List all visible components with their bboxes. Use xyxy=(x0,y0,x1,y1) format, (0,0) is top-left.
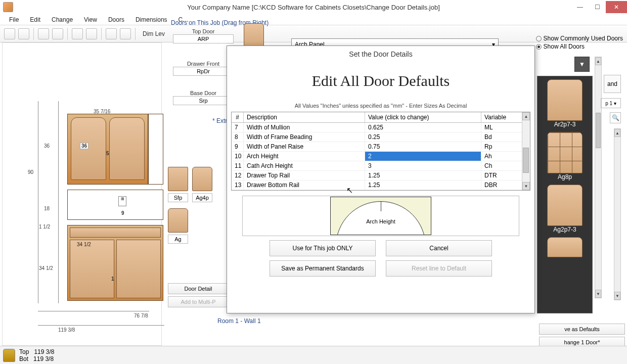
base-door-value[interactable]: Srp xyxy=(173,96,234,105)
menu-view[interactable]: View xyxy=(79,15,102,24)
door-thumb-top[interactable] xyxy=(244,23,264,48)
cab-num-36: 36 xyxy=(80,143,88,149)
add-multi-button[interactable]: Add to Multi-P xyxy=(168,296,229,307)
status-top-label: Top xyxy=(19,348,29,355)
menu-dimensions[interactable]: Dimensions xyxy=(130,15,172,24)
cancel-button[interactable]: Cancel xyxy=(386,240,492,256)
reset-line-button[interactable]: Reset line to Default xyxy=(386,260,492,277)
status-bot-label: Bot xyxy=(19,355,28,362)
minimize-button[interactable]: — xyxy=(571,1,589,13)
room-wall-label: Room 1 - Wall 1 xyxy=(217,317,261,325)
saveas-icon[interactable] xyxy=(52,28,63,39)
door-details-button[interactable]: Door Detail xyxy=(168,283,229,294)
gallery-thumb-3[interactable] xyxy=(547,237,583,257)
cab-num-1: 1 xyxy=(111,276,114,282)
print-icon[interactable] xyxy=(72,28,83,39)
scroll-thumb[interactable] xyxy=(596,113,601,148)
gallery-scrollbar[interactable]: ▲ ▼ xyxy=(595,57,602,298)
drawer-front-value[interactable]: RpDr xyxy=(173,67,234,76)
gallery-thumb-2[interactable] xyxy=(547,185,583,226)
window-controls: — ☐ ✕ xyxy=(571,1,627,13)
table-row[interactable]: 13Drawer Bottom Rail1.25DBR xyxy=(232,180,530,190)
dim-h1: 36 xyxy=(44,143,50,149)
table-row[interactable]: 10Arch Height2Ah xyxy=(232,152,530,161)
drawing-canvas[interactable]: 90 36 18 1 1/2 34 1/2 35 7/16 5 36 9 ⊞ xyxy=(2,42,162,346)
extra-label-2: Ag xyxy=(168,235,188,244)
expand-button[interactable]: and xyxy=(604,75,621,93)
save-permanent-button[interactable]: Save as Permanent Standards xyxy=(270,260,376,277)
extra-header: * Extra xyxy=(173,117,234,124)
tool1-icon[interactable] xyxy=(106,28,117,39)
radio-all[interactable]: Show All Doors xyxy=(536,42,623,51)
preview-label: Arch Height xyxy=(331,218,431,224)
grid-icon[interactable] xyxy=(86,28,97,39)
use-job-button[interactable]: Use for This job ONLY xyxy=(270,240,376,256)
gallery-dropdown-icon[interactable]: ▼ xyxy=(574,57,590,72)
dim-h2: 18 xyxy=(44,206,50,211)
extra-thumb-0[interactable] xyxy=(168,167,188,191)
tool2-icon[interactable] xyxy=(120,28,131,39)
top-door-value[interactable]: ARP xyxy=(173,34,234,43)
status-top-value: 119 3/8 xyxy=(34,348,54,355)
zoom-dropdown[interactable]: p 1 ▾ xyxy=(601,98,621,108)
radio-all-label: Show All Doors xyxy=(544,43,585,50)
status-bot-value: 119 3/8 xyxy=(33,355,54,362)
table-row[interactable]: 9Width of Panel Raise0.75Rp xyxy=(232,142,530,152)
statusbar: Top 119 3/8 Bot 119 3/8 xyxy=(0,346,627,364)
dim-level-label[interactable]: Dim Lev xyxy=(140,30,168,37)
gallery-thumb-0[interactable] xyxy=(547,79,583,121)
extra-thumb-1[interactable] xyxy=(192,167,212,191)
new-icon[interactable] xyxy=(4,28,15,39)
table-row[interactable]: 8Width of Frame Beading0.25Bd xyxy=(232,132,530,142)
dim-h3: 1 1/2 xyxy=(39,224,50,230)
extra-thumb-2[interactable] xyxy=(168,208,188,233)
col-desc: Description xyxy=(244,112,365,122)
table-row[interactable]: 11Cath Arch Height3Ch xyxy=(232,161,530,171)
table-scroll-thumb[interactable] xyxy=(523,148,529,173)
table-scroll-up[interactable]: ▲ xyxy=(522,112,530,120)
door-gallery: Ar2p7-3 Ag8p Ag2p7-3 xyxy=(537,76,593,313)
save-defaults-button[interactable]: ve as Defaults xyxy=(539,324,625,335)
dim-bot-w2: 119 3/8 xyxy=(58,327,75,333)
radio-common[interactable]: Show Commonly Used Doors xyxy=(536,34,623,42)
defaults-table: # Description Value (click to change) Va… xyxy=(231,112,530,191)
trash-icon[interactable] xyxy=(3,349,15,362)
outlet-icon: ⊞ xyxy=(118,196,126,206)
menu-edit[interactable]: Edit xyxy=(25,15,46,24)
close-button[interactable]: ✕ xyxy=(606,1,627,13)
table-row[interactable]: 7Width of Mullion0.625ML xyxy=(232,123,530,132)
dim-bot-w1: 76 7/8 xyxy=(134,313,148,318)
side-scroll-down[interactable]: ▼ xyxy=(614,292,620,300)
table-row[interactable]: 12Drawer Top Rail1.25DTR xyxy=(232,171,530,180)
dim-base-h: 34 1/2 xyxy=(77,242,91,247)
radio-common-label: Show Commonly Used Doors xyxy=(544,35,623,42)
gallery-thumb-1[interactable] xyxy=(547,132,583,173)
menu-file[interactable]: File xyxy=(4,15,24,24)
dim-h4: 34 1/2 xyxy=(39,265,53,271)
maximize-button[interactable]: ☐ xyxy=(589,1,606,13)
cab-num-9: 9 xyxy=(121,210,124,216)
parameter-preview: Arch Height xyxy=(242,196,519,236)
extra-label-1: Ag4p xyxy=(192,193,212,202)
gallery-label-0: Ar2p7-3 xyxy=(541,121,589,128)
gallery-label-2: Ag2p7-3 xyxy=(541,226,589,233)
cab-num-5: 5 xyxy=(106,151,109,156)
open-icon[interactable] xyxy=(18,28,29,39)
menu-change[interactable]: Change xyxy=(47,15,78,24)
drawer-front-label: Drawer Front xyxy=(173,61,234,67)
save-icon[interactable] xyxy=(38,28,49,39)
side-scrollbar[interactable]: ▲ ▼ xyxy=(614,128,621,300)
menu-doors[interactable]: Doors xyxy=(103,15,129,24)
col-num: # xyxy=(232,112,244,122)
table-scrollbar[interactable]: ▲ ▼ xyxy=(522,112,530,190)
doors-panel-header: Doors on This Job (Drag from Right) xyxy=(168,18,500,27)
side-scroll-up[interactable]: ▲ xyxy=(614,129,620,137)
search-icon[interactable]: 🔍 xyxy=(610,112,621,123)
table-scroll-down[interactable]: ▼ xyxy=(522,182,530,190)
door-details-dialog: Set the Door Details Edit All Door Defau… xyxy=(227,46,535,313)
extra-label-0: Sfp xyxy=(168,193,188,202)
scroll-down-icon[interactable]: ▼ xyxy=(595,290,601,298)
scroll-up-icon[interactable]: ▲ xyxy=(595,57,601,65)
base-door-slot: Base Door Srp xyxy=(173,90,234,105)
window-title: Your Company Name [C:\KCD Software for C… xyxy=(187,4,440,11)
